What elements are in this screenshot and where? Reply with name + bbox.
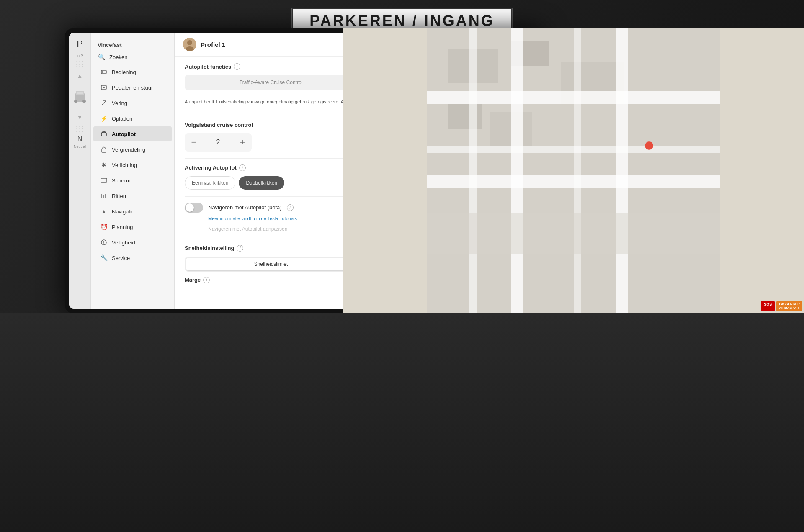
svg-rect-3: [82, 100, 86, 103]
svg-rect-6: [102, 71, 103, 73]
svg-rect-13: [101, 178, 107, 182]
svg-rect-4: [77, 92, 83, 94]
svg-rect-33: [616, 28, 628, 313]
navigatie-label: Navigatie: [112, 208, 134, 215]
sidebar-item-navigatie[interactable]: ▲ Navigatie: [93, 204, 172, 219]
sidebar-item-vering[interactable]: Vering: [93, 95, 172, 111]
sidebar-item-pedalen[interactable]: Pedalen en stuur: [93, 80, 172, 95]
airbag-badge: PASSENGERAIRBAG OFF: [776, 301, 802, 311]
navigeren-toggle[interactable]: [185, 203, 203, 213]
bediening-icon: [100, 68, 108, 76]
opladen-icon: ⚡: [100, 115, 108, 122]
pedalen-label: Pedalen en stuur: [112, 85, 153, 91]
svg-point-8: [103, 87, 105, 88]
speed-tab-limiet[interactable]: Snelheidslimiet: [186, 258, 356, 270]
svg-point-37: [645, 141, 653, 150]
ritten-label: Ritten: [112, 193, 126, 199]
pedalen-icon: [100, 84, 108, 91]
sidebar-item-autopilot[interactable]: Autopilot: [93, 126, 172, 141]
sidebar-item-service[interactable]: 🔧 Service: [93, 250, 172, 265]
opladen-label: Opladen: [112, 116, 132, 122]
toggle-knob: [186, 203, 194, 212]
sos-area: SOS PASSENGERAIRBAG OFF: [761, 301, 802, 311]
ritten-icon: [100, 192, 108, 200]
map-area: SOS PASSENGERAIRBAG OFF: [343, 28, 804, 313]
svg-rect-36: [574, 28, 581, 313]
counter-control: − 2 +: [185, 133, 252, 152]
svg-line-9: [102, 101, 106, 105]
map-background: SOS PASSENGERAIRBAG OFF: [343, 28, 804, 313]
verlichting-icon: ✱: [100, 161, 108, 169]
planning-icon: ⏰: [100, 223, 108, 231]
veiligheid-icon: [100, 239, 108, 246]
info-icon-activering[interactable]: i: [239, 164, 246, 171]
svg-rect-2: [74, 100, 77, 103]
tab-traffic-aware[interactable]: Traffic-Aware Cruise Control: [186, 76, 356, 89]
scherm-icon: [100, 177, 108, 184]
vering-label: Vering: [112, 100, 127, 106]
gear-park: P: [77, 39, 83, 49]
scherm-label: Scherm: [112, 177, 131, 184]
down-arrow[interactable]: ▼: [74, 111, 86, 123]
activation-double[interactable]: Dubbelklikken: [239, 176, 284, 190]
info-icon-navigeren[interactable]: i: [287, 204, 294, 211]
search-label: Zoeken: [109, 54, 127, 60]
service-icon: 🔧: [100, 254, 108, 262]
svg-point-19: [103, 243, 104, 244]
info-icon-marge[interactable]: i: [203, 277, 210, 283]
navigeren-label: Navigeren met Autopilot (bèta): [208, 204, 282, 211]
dots-bottom: [76, 126, 84, 132]
sidebar-item-opladen[interactable]: ⚡ Opladen: [93, 111, 172, 126]
counter-value: 2: [203, 139, 233, 146]
autopilot-icon: [100, 130, 108, 138]
svg-rect-12: [102, 149, 106, 152]
sidebar-profile: Vincefast: [91, 38, 174, 50]
vergrendeling-label: Vergrendeling: [112, 146, 145, 153]
svg-rect-35: [469, 28, 477, 313]
gear-in-p: In P: [69, 52, 90, 59]
svg-rect-11: [101, 133, 106, 136]
dots-top: [76, 61, 84, 67]
planning-label: Planning: [112, 224, 133, 230]
sidebar-item-bediening[interactable]: Bediening: [93, 64, 172, 80]
svg-point-21: [187, 40, 192, 45]
sidebar-item-verlichting[interactable]: ✱ Verlichting: [93, 157, 172, 172]
sidebar-item-planning[interactable]: ⏰ Planning: [93, 219, 172, 234]
info-icon-snelheid[interactable]: i: [237, 245, 243, 252]
sidebar-item-veiligheid[interactable]: Veiligheid: [93, 235, 172, 250]
up-arrow[interactable]: ▲: [74, 70, 86, 82]
car-icon: [72, 85, 88, 108]
vering-icon: [100, 99, 108, 107]
sidebar-item-ritten[interactable]: Ritten: [93, 188, 172, 203]
navigatie-icon: ▲: [100, 208, 108, 215]
service-label: Service: [112, 255, 130, 261]
veiligheid-label: Veiligheid: [112, 239, 135, 246]
counter-minus[interactable]: −: [185, 133, 203, 152]
svg-rect-5: [101, 70, 106, 74]
bediening-label: Bediening: [112, 69, 136, 75]
gear-n: N: [77, 135, 82, 143]
activation-single[interactable]: Eenmaal klikken: [185, 176, 235, 190]
neutral-label: Neutral: [74, 144, 86, 149]
autopilot-label: Autopilot: [112, 131, 136, 137]
vergrendeling-icon: [100, 146, 108, 153]
sos-badge: SOS: [761, 301, 775, 311]
avatar: [183, 38, 196, 51]
counter-plus[interactable]: +: [233, 133, 252, 152]
settings-sidebar: Vincefast 🔍 Zoeken Bediening: [91, 33, 175, 309]
info-icon-autopilot[interactable]: i: [234, 63, 240, 70]
search-item[interactable]: 🔍 Zoeken: [91, 50, 174, 64]
sign-text: PARKEREN / INGANG: [309, 12, 494, 29]
dashboard-area: [0, 313, 804, 532]
search-icon: 🔍: [98, 53, 105, 61]
verlichting-label: Verlichting: [112, 162, 137, 168]
left-bar: P In P ▲: [69, 33, 91, 309]
sidebar-item-scherm[interactable]: Scherm: [93, 173, 172, 188]
svg-rect-38: [427, 213, 720, 254]
svg-rect-32: [511, 28, 523, 313]
sidebar-item-vergrendeling[interactable]: Vergrendeling: [93, 142, 172, 157]
